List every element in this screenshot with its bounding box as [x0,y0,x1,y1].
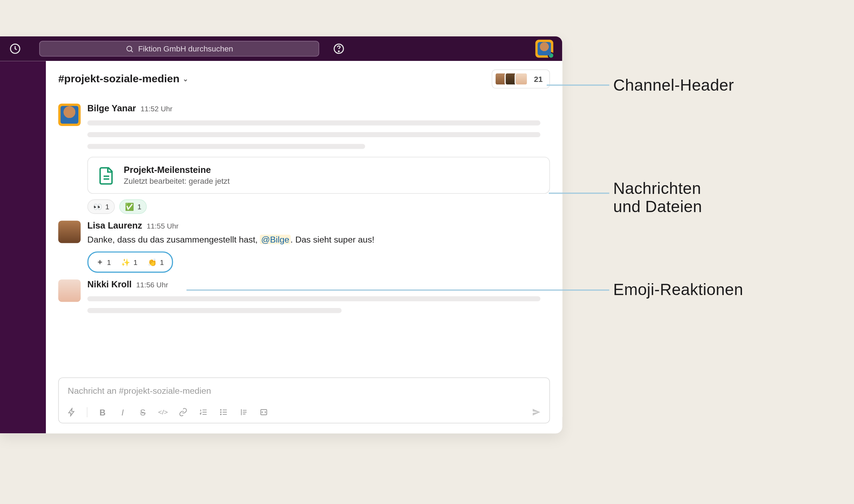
message-list: Bilge Yanar 11:52 Uhr [46,97,562,378]
message-author[interactable]: Bilge Yanar [88,104,136,114]
reaction-check[interactable]: ✅ 1 [119,200,147,214]
check-icon: ✅ [125,202,134,211]
svg-point-5 [220,412,221,413]
message-time: 11:56 Uhr [136,281,168,289]
file-title: Projekt-Meilensteine [124,165,230,175]
annotation-channel-header: Channel-Header [613,76,734,95]
file-attachment[interactable]: Projekt-Meilensteine Zuletzt bearbeitet:… [88,157,550,194]
svg-point-3 [338,51,339,51]
reaction-count: 1 [160,258,164,266]
link-icon[interactable] [178,408,188,417]
reaction-clap[interactable]: 👏 1 [145,255,166,270]
message: Bilge Yanar 11:52 Uhr [58,104,550,214]
member-avatars [495,72,528,85]
file-subtitle: Zuletzt bearbeitet: gerade jetzt [124,176,230,186]
code-icon[interactable]: </> [158,408,168,416]
shortcuts-icon[interactable] [66,408,77,417]
slack-window: Fiktion GmbH durchsuchen #projekt-sozial… [0,36,562,433]
channel-members-button[interactable]: 21 [492,69,550,88]
document-icon [98,166,115,185]
svg-point-1 [127,46,132,51]
channel-name-button[interactable]: #projekt-soziale-medien ⌄ [58,73,188,85]
annotation-line [547,85,609,86]
history-icon[interactable] [9,43,21,55]
svg-point-6 [220,414,221,415]
message-composer[interactable]: Nachricht an #projekt-soziale-medien B I… [58,377,550,423]
eyes-icon: 👀 [93,202,102,211]
mention[interactable]: @Bilge [260,234,290,244]
user-avatar[interactable] [536,40,553,58]
sparkles-icon: ✨ [121,258,130,266]
search-input[interactable]: Fiktion GmbH durchsuchen [39,41,319,57]
search-icon [125,44,134,53]
avatar[interactable] [58,220,80,243]
quote-icon[interactable] [239,408,249,417]
reaction-group-highlighted: ＋ 1 ✨ 1 👏 1 [88,252,173,273]
channel-name-text: #projekt-soziale-medien [58,73,179,85]
message-author[interactable]: Nikki Kroll [88,280,132,290]
bold-icon[interactable]: B [97,407,107,417]
svg-point-4 [220,410,221,410]
clap-icon: 👏 [148,258,157,266]
text-placeholder [88,308,342,313]
reaction-count: 1 [137,202,141,211]
text-placeholder [88,120,541,125]
message-time: 11:55 Uhr [147,222,178,230]
reaction-plus[interactable]: ＋ 1 [94,255,113,270]
text-placeholder [88,132,541,137]
channel-header: #projekt-soziale-medien ⌄ 21 [46,61,562,97]
message: Lisa Laurenz 11:55 Uhr Danke, dass du da… [58,220,550,273]
composer-input[interactable]: Nachricht an #projekt-soziale-medien [59,378,550,404]
strike-icon[interactable]: S [138,407,148,417]
avatar[interactable] [58,280,80,302]
message-text: Danke, dass du das zusammengestellt hast… [88,233,550,246]
reaction-sparkles[interactable]: ✨ 1 [119,255,140,270]
annotation-line [187,289,609,290]
italic-icon[interactable]: I [118,407,128,417]
top-bar: Fiktion GmbH durchsuchen [0,36,562,61]
presence-indicator [548,52,554,59]
avatar[interactable] [58,104,80,126]
annotation-messages-files: Nachrichtenund Dateien [613,179,702,216]
member-count: 21 [534,75,542,84]
message: Nikki Kroll 11:56 Uhr [58,280,550,313]
sidebar [0,61,46,433]
codeblock-icon[interactable] [259,408,269,417]
help-icon[interactable] [332,43,345,55]
message-time: 11:52 Uhr [140,105,172,113]
composer-toolbar: B I S </> [59,404,550,423]
reaction-count: 1 [133,258,138,266]
text-placeholder [88,296,541,301]
reaction-eyes[interactable]: 👀 1 [88,200,115,214]
message-author[interactable]: Lisa Laurenz [88,220,142,231]
text-placeholder [88,144,365,149]
search-placeholder: Fiktion GmbH durchsuchen [138,44,233,53]
bullet-list-icon[interactable] [218,408,229,417]
annotation-line [549,192,609,194]
ordered-list-icon[interactable] [198,408,208,417]
send-icon[interactable] [531,407,541,417]
chevron-down-icon: ⌄ [183,75,188,83]
reaction-count: 1 [105,202,110,211]
reaction-count: 1 [107,258,111,266]
plus-icon: ＋ [96,257,104,267]
annotation-emoji-reactions: Emoji-Reaktionen [613,281,743,299]
